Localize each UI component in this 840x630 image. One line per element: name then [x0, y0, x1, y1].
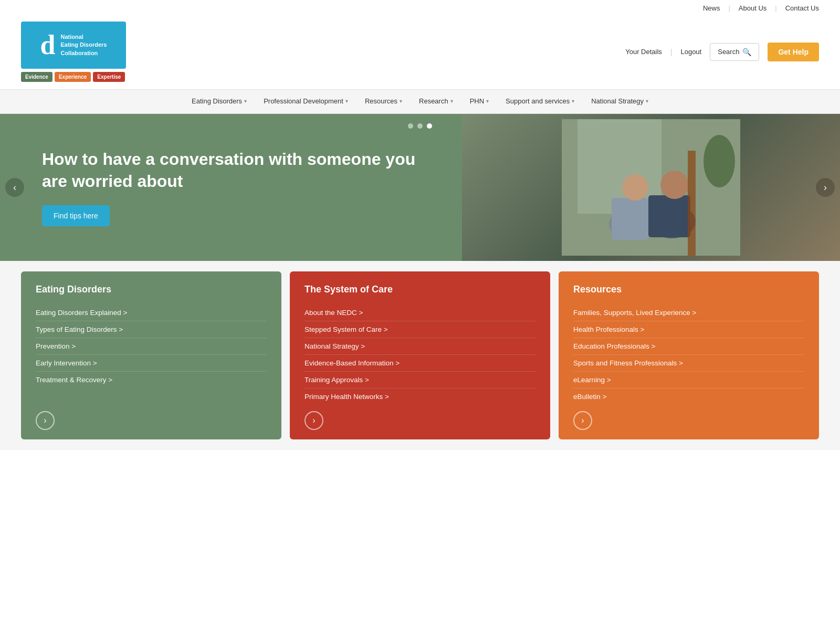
card-eating-disorders: Eating Disorders Eating Disorders Explai…	[21, 271, 281, 439]
nav-item-professional-development[interactable]: Professional Development ▾	[255, 90, 356, 113]
nav-label: PHN	[470, 97, 484, 105]
card-link[interactable]: Health Professionals >	[573, 321, 804, 338]
card-title: Eating Disorders	[36, 284, 267, 295]
nav-item-eating-disorders[interactable]: Eating Disorders ▾	[183, 90, 255, 113]
nav-item-support-and-services[interactable]: Support and services ▾	[497, 90, 583, 113]
card-link[interactable]: Training Approvals >	[304, 372, 536, 388]
separator-2: |	[775, 4, 776, 12]
nav-chevron: ▾	[646, 98, 648, 104]
tag-evidence: Evidence	[21, 72, 52, 82]
hero-find-tips-button[interactable]: Find tips here	[42, 205, 110, 226]
hero-image	[462, 114, 840, 261]
nav-label: Professional Development	[264, 97, 343, 105]
search-button[interactable]: Search 🔍	[710, 43, 759, 61]
nav-chevron: ▾	[345, 98, 348, 104]
header-right: Your Details | Logout Search 🔍 Get Help	[625, 43, 819, 61]
logo-text: National Eating Disorders Collaboration	[60, 33, 107, 57]
card-link[interactable]: Evidence-Based Information >	[304, 355, 536, 372]
dot-3[interactable]	[427, 123, 432, 129]
contact-link[interactable]: Contact Us	[785, 4, 819, 12]
logo-letter: d	[40, 32, 56, 59]
nav-chevron: ▾	[400, 98, 402, 104]
card-link[interactable]: Families, Supports, Lived Experience >	[573, 304, 804, 321]
card-link[interactable]: Prevention >	[36, 338, 267, 355]
tag-expertise: Expertise	[93, 72, 125, 82]
top-bar: News | About Us | Contact Us	[0, 0, 840, 16]
card-more-button[interactable]: ›	[304, 411, 323, 430]
nav-chevron: ▾	[450, 98, 453, 104]
svg-point-7	[660, 171, 689, 199]
cards-row: Eating Disorders Eating Disorders Explai…	[0, 261, 840, 450]
svg-rect-6	[648, 195, 690, 237]
card-link[interactable]: Types of Eating Disorders >	[36, 321, 267, 338]
logo-tags: Evidence Experience Expertise	[21, 72, 126, 82]
carousel-dots	[408, 123, 432, 129]
card-link[interactable]: eBulletin >	[573, 388, 804, 405]
card-resources: Resources Families, Supports, Lived Expe…	[559, 271, 819, 439]
card-link[interactable]: Stepped System of Care >	[304, 321, 536, 338]
hero-section: ‹ How to have a conversation with someon…	[0, 114, 840, 261]
card-link[interactable]: Treatment & Recovery >	[36, 372, 267, 388]
card-link[interactable]: National Strategy >	[304, 338, 536, 355]
svg-point-4	[622, 174, 648, 201]
card-system-of-care: The System of Care About the NEDC >Stepp…	[290, 271, 550, 439]
nav-chevron: ▾	[486, 98, 489, 104]
about-link[interactable]: About Us	[739, 4, 766, 12]
card-link[interactable]: Sports and Fitness Professionals >	[573, 355, 804, 372]
card-link[interactable]: Primary Health Networks >	[304, 388, 536, 405]
header: d National Eating Disorders Collaboratio…	[0, 16, 840, 90]
card-title: The System of Care	[304, 284, 536, 295]
card-link[interactable]: Eating Disorders Explained >	[36, 304, 267, 321]
nav-label: Research	[419, 97, 448, 105]
search-label: Search	[718, 48, 739, 56]
main-nav: Eating Disorders ▾Professional Developme…	[0, 90, 840, 114]
hero-title: How to have a conversation with someone …	[42, 149, 430, 192]
hero-image-placeholder	[462, 114, 840, 261]
hero-content: How to have a conversation with someone …	[0, 114, 462, 261]
logo-box[interactable]: d National Eating Disorders Collaboratio…	[21, 22, 126, 69]
nav-label: National Strategy	[591, 97, 644, 105]
nav-label: Eating Disorders	[192, 97, 242, 105]
tag-experience: Experience	[55, 72, 91, 82]
svg-point-9	[704, 135, 735, 187]
search-icon: 🔍	[742, 48, 751, 56]
carousel-prev-button[interactable]: ‹	[5, 178, 24, 197]
card-title: Resources	[573, 284, 804, 295]
logo-area: d National Eating Disorders Collaboratio…	[21, 22, 126, 82]
nav-item-phn[interactable]: PHN ▾	[461, 90, 497, 113]
dot-2[interactable]	[417, 123, 423, 129]
svg-rect-8	[688, 151, 696, 256]
card-more-button[interactable]: ›	[573, 411, 592, 430]
nav-label: Resources	[365, 97, 397, 105]
get-help-button[interactable]: Get Help	[768, 43, 819, 61]
logout-link[interactable]: Logout	[680, 48, 701, 56]
nav-item-resources[interactable]: Resources ▾	[356, 90, 411, 113]
svg-rect-3	[612, 198, 648, 240]
news-link[interactable]: News	[703, 4, 720, 12]
nav-item-national-strategy[interactable]: National Strategy ▾	[583, 90, 657, 113]
your-details-link[interactable]: Your Details	[625, 48, 662, 56]
carousel-next-button[interactable]: ›	[816, 178, 835, 197]
nav-chevron: ▾	[244, 98, 247, 104]
card-link[interactable]: About the NEDC >	[304, 304, 536, 321]
card-link[interactable]: eLearning >	[573, 372, 804, 388]
nav-label: Support and services	[506, 97, 570, 105]
card-more-button[interactable]: ›	[36, 411, 55, 430]
header-sep: |	[670, 48, 673, 56]
card-link[interactable]: Education Professionals >	[573, 338, 804, 355]
separator-1: |	[728, 4, 730, 12]
nav-chevron: ▾	[572, 98, 574, 104]
dot-1[interactable]	[408, 123, 413, 129]
nav-item-research[interactable]: Research ▾	[411, 90, 461, 113]
card-link[interactable]: Early Intervention >	[36, 355, 267, 372]
hero-illustration	[562, 119, 740, 256]
